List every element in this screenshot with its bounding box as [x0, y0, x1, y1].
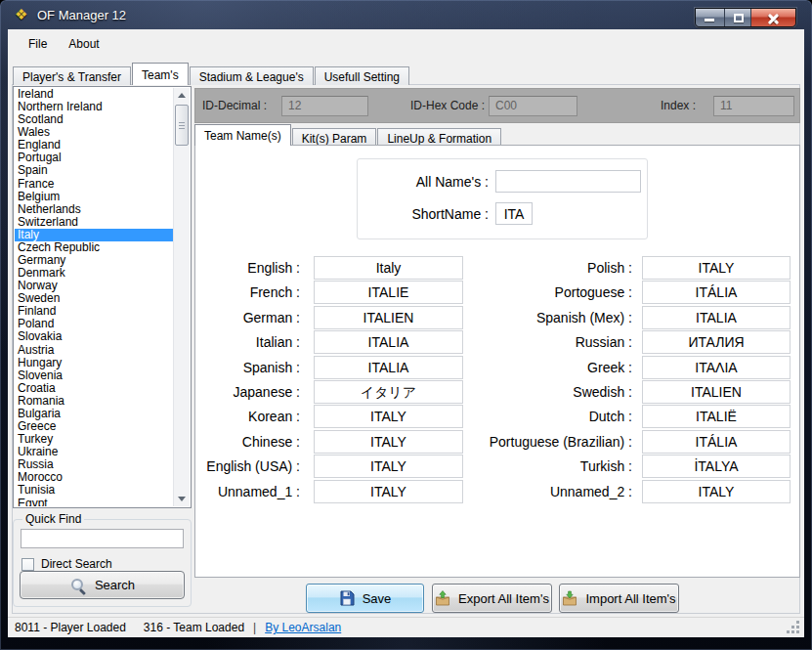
index-value[interactable]: 11 [713, 96, 794, 116]
name-label: Polish : [391, 260, 638, 276]
name-input[interactable]: İTALYA [642, 455, 791, 478]
list-item-italy[interactable]: Italy [15, 229, 173, 241]
name-input[interactable]: ITALY [642, 256, 791, 280]
magnifier-icon [69, 577, 87, 594]
quick-find-group: Quick Find Direct Search Search [13, 512, 192, 607]
list-item-croatia[interactable]: Croatia [15, 382, 173, 395]
export-button[interactable]: Export All Item's [432, 584, 552, 613]
window-title: OF Manager 12 [37, 8, 126, 22]
list-item-austria[interactable]: Austria [15, 344, 173, 357]
import-button[interactable]: Import All Item's [559, 584, 679, 613]
quick-find-legend: Quick Find [22, 512, 84, 526]
name-row-portuguese-brazilian: Portuguese (Brazilian) :ITÁLIA [391, 430, 791, 454]
name-row-dutch: Dutch :ITALIË [391, 405, 791, 428]
list-item-tunisia[interactable]: Tunisia [15, 484, 173, 497]
app-window: ❖ OF Manager 12 File About Player's & Tr… [0, 0, 812, 650]
name-label: Greek : [391, 360, 638, 375]
list-item-france[interactable]: France [15, 178, 173, 191]
scroll-thumb[interactable] [175, 105, 189, 146]
direct-search-checkbox[interactable] [21, 558, 34, 571]
name-input[interactable]: ITÁLIA [642, 430, 791, 454]
id-panel: ID-Decimal : 12 ID-Hex Code : C00 Index … [194, 88, 800, 123]
index-label: Index : [661, 99, 696, 112]
id-hex-value[interactable]: C00 [489, 96, 577, 116]
tab-stadium-league-s[interactable]: Stadium & League's [190, 66, 314, 85]
name-row-spanish-mex: Spanish (Mex) :ITALIA [391, 306, 791, 329]
list-item-switzerland[interactable]: Switzerland [15, 216, 173, 229]
minimize-button[interactable] [696, 9, 724, 26]
list-item-belgium[interactable]: Belgium [15, 191, 173, 203]
scroll-down-icon[interactable] [174, 491, 190, 506]
list-item-egypt[interactable]: Egypt [15, 498, 173, 507]
all-names-row: All Name's : [358, 170, 641, 193]
close-button[interactable] [751, 9, 795, 26]
name-label: Spanish (Mex) : [391, 310, 638, 325]
scroll-up-icon[interactable] [174, 88, 190, 104]
list-item-hungary[interactable]: Hungary [15, 357, 173, 369]
name-label: English (USA) : [195, 458, 306, 474]
name-input[interactable]: ITALIEN [642, 380, 791, 404]
name-input[interactable]: ITALIA [642, 306, 791, 329]
maximize-button[interactable] [724, 9, 751, 26]
players-loaded-status: 8011 - Player Loaded [15, 621, 126, 634]
name-label: German : [195, 310, 306, 325]
name-input[interactable]: ITÁLIA [642, 281, 791, 304]
name-input[interactable]: ITALIË [642, 405, 791, 428]
list-item-spain[interactable]: Spain [15, 164, 173, 177]
name-label: Portoguese : [391, 284, 638, 300]
tab-team-s[interactable]: Team's [132, 63, 189, 85]
name-label: Portuguese (Brazilian) : [391, 434, 638, 450]
tab-player-s-transfer[interactable]: Player's & Transfer [13, 66, 131, 85]
name-input[interactable]: ИТАЛИЯ [642, 330, 791, 354]
search-button[interactable]: Search [20, 571, 185, 599]
all-names-group: All Name's : ShortName : [357, 158, 648, 239]
tab-team-name-s[interactable]: Team Name(s) [194, 124, 291, 146]
client-area: File About Player's & TransferTeam'sStad… [8, 29, 804, 637]
all-names-input[interactable] [495, 170, 641, 193]
save-button[interactable]: Save [306, 584, 424, 613]
shortname-input[interactable] [495, 202, 533, 225]
team-names-panel: All Name's : ShortName : English :ItalyF… [194, 145, 800, 578]
window-controls [695, 8, 796, 27]
name-label: Spanish : [195, 360, 306, 375]
name-row-polish: Polish :ITALY [391, 256, 791, 280]
name-label: Unnamed_2 : [391, 484, 638, 499]
credit-link[interactable]: By LeoArsalan [265, 621, 341, 634]
names-col-right: Polish :ITALYPortoguese :ITÁLIASpanish (… [391, 256, 791, 504]
name-label: Korean : [195, 409, 306, 424]
main-tab-strip: Player's & TransferTeam'sStadium & Leagu… [13, 63, 410, 85]
direct-search-row: Direct Search [21, 557, 183, 571]
floppy-disk-icon [339, 590, 355, 606]
name-row-turkish: Turkish :İTALYA [391, 455, 791, 478]
resize-grip[interactable] [787, 621, 799, 633]
name-row-portoguese: Portoguese :ITÁLIA [391, 281, 791, 304]
import-button-label: Import All Item's [585, 591, 675, 606]
inner-tab-strip: Team Name(s)Kit(s) ParamLineUp & Formati… [194, 124, 502, 146]
menu-bar: File About [8, 29, 804, 59]
minimize-icon [705, 19, 714, 22]
tab-kit-s-param[interactable]: Kit(s) Param [292, 128, 377, 146]
name-input[interactable]: ΙΤΑΛΙΑ [642, 356, 791, 379]
direct-search-label: Direct Search [41, 557, 112, 571]
quick-find-input[interactable] [21, 529, 184, 548]
name-row-russian: Russian :ИТАЛИЯ [391, 330, 791, 354]
all-names-label: All Name's : [358, 174, 495, 190]
list-item-slovenia[interactable]: Slovenia [15, 369, 173, 382]
list-item-romania[interactable]: Romania [15, 395, 173, 408]
titlebar[interactable]: ❖ OF Manager 12 [0, 0, 812, 29]
shortname-label: ShortName : [358, 206, 495, 222]
name-label: Dutch : [391, 409, 638, 424]
tab-lineup-formation[interactable]: LineUp & Formation [377, 128, 501, 146]
menu-about[interactable]: About [60, 33, 107, 55]
package-arrow-up-icon [435, 590, 450, 606]
country-list: IrelandNorthern IrelandScotlandWalesEngl… [15, 88, 173, 506]
id-decimal-value[interactable]: 12 [281, 96, 368, 116]
name-input[interactable]: ITALY [642, 480, 791, 503]
app-icon: ❖ [15, 6, 27, 22]
list-scrollbar[interactable] [173, 88, 190, 506]
list-item-slovakia[interactable]: Slovakia [15, 330, 173, 343]
list-item-netherlands[interactable]: Netherlands [15, 203, 173, 216]
menu-file[interactable]: File [20, 33, 56, 55]
tab-usefull-setting[interactable]: Usefull Setting [315, 66, 409, 85]
teams-loaded-status: 316 - Team Loaded [144, 621, 244, 634]
